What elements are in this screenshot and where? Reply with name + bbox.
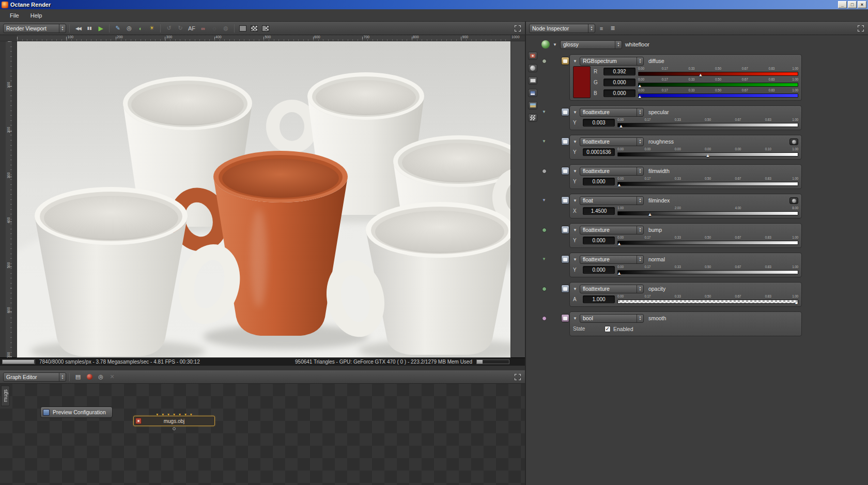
menu-help[interactable]: Help xyxy=(25,10,48,21)
close-button[interactable]: × xyxy=(858,1,866,8)
value-input[interactable]: 0.000 xyxy=(583,266,615,274)
collapse-icon[interactable]: ▼ xyxy=(573,198,577,203)
restart-render-icon[interactable]: ◀◀ xyxy=(73,24,83,33)
slider-handle[interactable]: ▲ xyxy=(638,95,642,99)
autofocus-button[interactable]: AF xyxy=(187,24,197,33)
node-type-icon[interactable] xyxy=(561,255,569,263)
node-inspector-selector[interactable]: Node Inspector ▲▼ xyxy=(529,24,595,33)
node-type-icon[interactable] xyxy=(561,285,569,293)
graph-tab-mugs[interactable]: mugs xyxy=(1,385,10,406)
value-input[interactable]: 0.000 xyxy=(583,237,615,244)
slider-handle[interactable]: ▲ xyxy=(617,183,622,187)
node-pin[interactable] xyxy=(542,316,547,321)
minimize-button[interactable]: _ xyxy=(838,1,847,8)
param-type-dropdown[interactable]: floattexture▲▼ xyxy=(580,108,644,117)
fullscreen-icon[interactable] xyxy=(858,25,864,32)
start-render-icon[interactable]: ▶ xyxy=(96,24,106,33)
dropdown-spinner[interactable]: ▲▼ xyxy=(637,226,643,234)
pan-icon[interactable]: ◍ xyxy=(221,24,231,33)
save-image-icon[interactable] xyxy=(528,89,537,97)
collapse-icon[interactable]: ▼ xyxy=(573,257,577,262)
new-node-icon[interactable]: ▤ xyxy=(73,372,83,382)
value-input[interactable]: 1.4500 xyxy=(583,207,615,215)
dropdown-spinner[interactable]: ▲▼ xyxy=(637,138,643,146)
dropdown-spinner[interactable]: ▲▼ xyxy=(637,256,643,263)
dropdown-spinner[interactable]: ▲▼ xyxy=(59,24,66,33)
viewport-selector[interactable]: Render Viewport ▲▼ xyxy=(3,24,66,33)
node-options-button[interactable] xyxy=(789,197,798,204)
value-input[interactable]: 0.003 xyxy=(583,119,615,127)
value-input[interactable]: 0.392 xyxy=(603,68,636,75)
node-options-button[interactable] xyxy=(789,138,798,145)
slider[interactable]: 0.000.170.330.500.670.831.00▲ xyxy=(617,236,798,246)
node-type-icon[interactable] xyxy=(561,167,569,175)
dropdown-spinner[interactable]: ▲▼ xyxy=(637,197,643,205)
background-checker-icon[interactable] xyxy=(249,24,259,33)
param-type-dropdown[interactable]: floattexture▲▼ xyxy=(580,167,644,176)
dropdown-spinner[interactable]: ▲▼ xyxy=(637,57,643,65)
camera-icon[interactable] xyxy=(528,52,537,60)
collapse-icon[interactable]: ▼ xyxy=(553,42,557,47)
pick-focus-icon[interactable]: ◎ xyxy=(124,24,134,33)
param-type-dropdown[interactable]: RGBspectrum▲▼ xyxy=(580,57,644,66)
dropdown-spinner[interactable]: ▲▼ xyxy=(588,24,595,33)
node-pin[interactable] xyxy=(542,287,547,291)
slider-handle[interactable]: ▲ xyxy=(648,212,653,217)
mesh-input-pin[interactable]: ▼ xyxy=(156,413,159,416)
mesh-input-pin[interactable]: ▼ xyxy=(167,413,171,416)
param-type-dropdown[interactable]: floattexture▲▼ xyxy=(580,285,644,293)
expand-all-icon[interactable]: ≣ xyxy=(608,24,618,33)
value-input[interactable]: 0.0001636 xyxy=(583,148,615,156)
node-pin[interactable]: ▼ xyxy=(542,139,546,144)
rotate-ccw-icon[interactable]: ↺ xyxy=(164,24,174,33)
slider-handle[interactable]: ▲ xyxy=(706,153,710,158)
slider[interactable]: 0.000.170.330.500.670.831.00▲ xyxy=(617,118,798,128)
param-type-dropdown[interactable]: floattexture▲▼ xyxy=(580,226,644,234)
param-type-dropdown[interactable]: floattexture▲▼ xyxy=(580,137,644,146)
value-input[interactable]: 1.000 xyxy=(583,295,615,303)
dropdown-spinner[interactable]: ▲▼ xyxy=(637,285,643,293)
background-solid-icon[interactable] xyxy=(238,24,248,33)
fullscreen-icon[interactable] xyxy=(515,374,521,380)
film-settings-icon[interactable] xyxy=(528,76,537,85)
mesh-input-pin[interactable]: ▼ xyxy=(173,413,176,416)
rotate-cw-icon[interactable]: ↻ xyxy=(175,24,185,33)
collapse-icon[interactable]: ▼ xyxy=(573,228,577,232)
node-type-icon[interactable] xyxy=(561,314,569,322)
delete-node-icon[interactable]: ✕ xyxy=(107,372,117,382)
mesh-node[interactable]: ▼▼▼▼▼▼▼ mugs.obj xyxy=(133,416,215,426)
node-type-icon[interactable] xyxy=(561,57,569,65)
collapse-icon[interactable]: ▼ xyxy=(573,139,577,144)
dropdown-spinner[interactable]: ▲▼ xyxy=(615,41,622,49)
menu-file[interactable]: File xyxy=(4,10,25,21)
mesh-input-pin[interactable]: ▼ xyxy=(178,413,181,416)
node-pin[interactable]: ▼ xyxy=(542,198,546,202)
mesh-input-pin[interactable]: ▼ xyxy=(161,413,165,416)
pick-white-balance-icon[interactable]: ◐ xyxy=(135,24,146,33)
dropdown-spinner[interactable]: ▲▼ xyxy=(59,373,66,381)
node-pin[interactable] xyxy=(542,228,547,232)
dropdown-spinner[interactable]: ▲▼ xyxy=(637,167,643,175)
node-type-icon[interactable] xyxy=(561,108,569,116)
collapse-icon[interactable]: ▼ xyxy=(573,316,577,321)
node-type-icon[interactable] xyxy=(561,196,569,205)
slider-handle[interactable]: ▲ xyxy=(794,301,799,305)
node-pin[interactable] xyxy=(542,59,547,64)
mesh-output-pin[interactable] xyxy=(173,427,176,430)
collapse-icon[interactable]: ▼ xyxy=(573,110,577,115)
slider[interactable]: 0.000.170.330.500.670.831.00▲ xyxy=(617,294,798,305)
torus-node-icon[interactable]: ◎ xyxy=(96,372,106,382)
node-pin[interactable] xyxy=(542,169,547,174)
slider[interactable]: 0.000.170.330.500.670.831.00▲ xyxy=(638,88,798,99)
dropdown-spinner[interactable]: ▲▼ xyxy=(637,315,643,322)
node-pin[interactable]: ▼ xyxy=(542,110,546,114)
value-input[interactable]: 0.000 xyxy=(583,178,615,185)
checker-icon[interactable] xyxy=(528,114,537,122)
slider[interactable]: 1.002.004.008.00▲ xyxy=(617,206,798,216)
param-type-dropdown[interactable]: bool▲▼ xyxy=(580,314,644,323)
collapse-icon[interactable]: ▼ xyxy=(573,169,577,174)
collapse-all-icon[interactable]: ≡ xyxy=(596,24,607,33)
enabled-checkbox[interactable]: ✓ xyxy=(605,326,611,332)
mesh-input-pin[interactable]: ▼ xyxy=(189,413,193,416)
param-type-dropdown[interactable]: float▲▼ xyxy=(580,196,644,205)
